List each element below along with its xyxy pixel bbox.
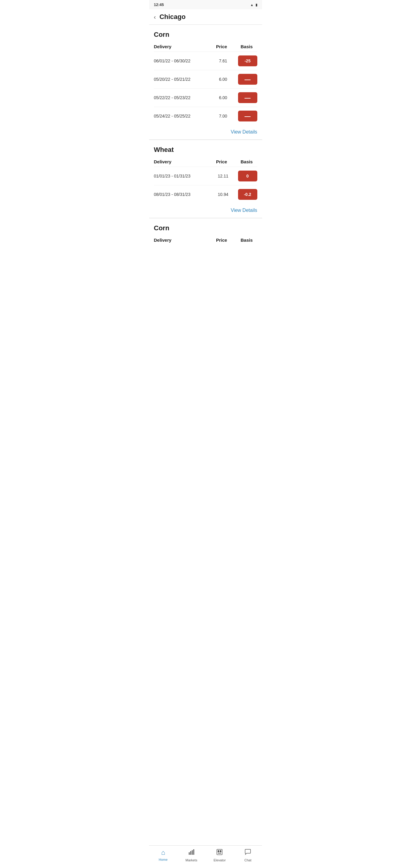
top-nav: ‹ Chicago (149, 9, 262, 25)
corn-section-1-title: Corn (154, 31, 257, 38)
price-value: 6.00 (208, 95, 238, 100)
delivery-date: 05/20/22 - 05/21/22 (154, 77, 209, 82)
wheat-table-header: Delivery Price Basis (154, 159, 257, 164)
delivery-date: 08/01/23 - 08/31/23 (154, 192, 209, 197)
status-icons (250, 2, 257, 7)
basis-dash-badge: — (238, 111, 257, 121)
basis-badge: -25 (238, 56, 257, 66)
delivery-date: 01/01/23 - 01/31/23 (154, 174, 209, 179)
main-content: Corn Delivery Price Basis 06/01/22 - 06/… (149, 25, 262, 269)
basis-col-header: Basis (236, 44, 257, 49)
price-value: 12.11 (208, 174, 238, 179)
table-row: 05/24/22 - 05/25/22 7.00 — (154, 107, 257, 125)
delivery-date: 05/24/22 - 05/25/22 (154, 114, 209, 119)
status-bar: 12:45 (149, 0, 262, 9)
price-value: 7.00 (208, 114, 238, 119)
delivery-date: 05/22/22 - 05/23/22 (154, 95, 209, 100)
wifi-icon (250, 2, 254, 7)
corn-view-details-link[interactable]: View Details (231, 129, 257, 135)
delivery-date: 06/01/22 - 06/30/22 (154, 59, 209, 63)
table-row: 05/22/22 - 05/23/22 6.00 — (154, 88, 257, 107)
corn-section-2: Corn Delivery Price Basis (149, 218, 262, 243)
delivery-col-header: Delivery (154, 238, 207, 243)
view-details-row: View Details (154, 125, 257, 140)
price-value: 10.94 (208, 192, 238, 197)
price-value: 6.00 (208, 77, 238, 82)
table-row: 01/01/23 - 01/31/23 12.11 0 (154, 167, 257, 185)
corn-table-1-header: Delivery Price Basis (154, 44, 257, 49)
back-button[interactable]: ‹ (154, 13, 156, 21)
basis-badge: 0 (238, 170, 257, 181)
basis-col-header: Basis (236, 159, 257, 164)
delivery-col-header: Delivery (154, 44, 207, 49)
corn-section-2-title: Corn (154, 224, 257, 232)
corn-table-2-header: Delivery Price Basis (154, 238, 257, 243)
basis-badge: -0.2 (238, 189, 257, 200)
price-col-header: Price (207, 44, 236, 49)
corn-section-1: Corn Delivery Price Basis 06/01/22 - 06/… (149, 25, 262, 140)
table-row: 05/20/22 - 05/21/22 6.00 — (154, 70, 257, 88)
time-display: 12:45 (154, 2, 164, 7)
table-row: 06/01/22 - 06/30/22 7.61 -25 (154, 52, 257, 70)
price-col-header: Price (207, 238, 236, 243)
price-col-header: Price (207, 159, 236, 164)
battery-icon (255, 2, 257, 7)
page-title: Chicago (159, 13, 186, 21)
wheat-section-title: Wheat (154, 146, 257, 154)
view-details-row: View Details (154, 204, 257, 218)
basis-col-header: Basis (236, 238, 257, 243)
delivery-col-header: Delivery (154, 159, 207, 164)
table-row: 08/01/23 - 08/31/23 10.94 -0.2 (154, 185, 257, 204)
price-value: 7.61 (208, 59, 238, 63)
wheat-section: Wheat Delivery Price Basis 01/01/23 - 01… (149, 140, 262, 218)
basis-dash-badge: — (238, 74, 257, 85)
basis-dash-badge: — (238, 92, 257, 103)
wheat-view-details-link[interactable]: View Details (231, 208, 257, 213)
